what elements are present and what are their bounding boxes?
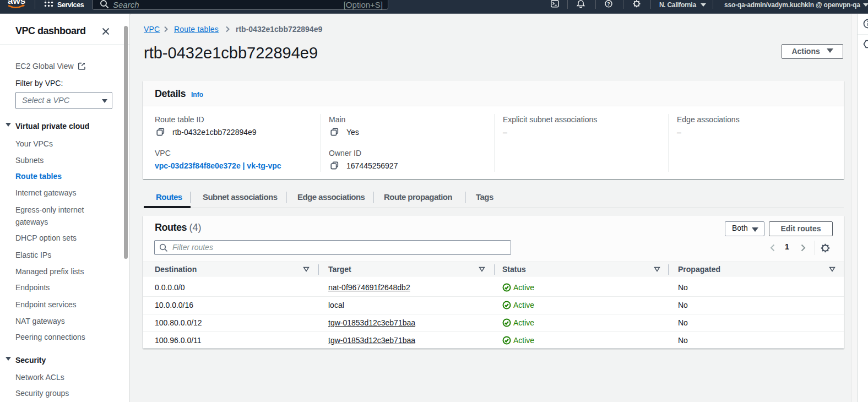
svg-text:?: ?: [607, 1, 610, 7]
